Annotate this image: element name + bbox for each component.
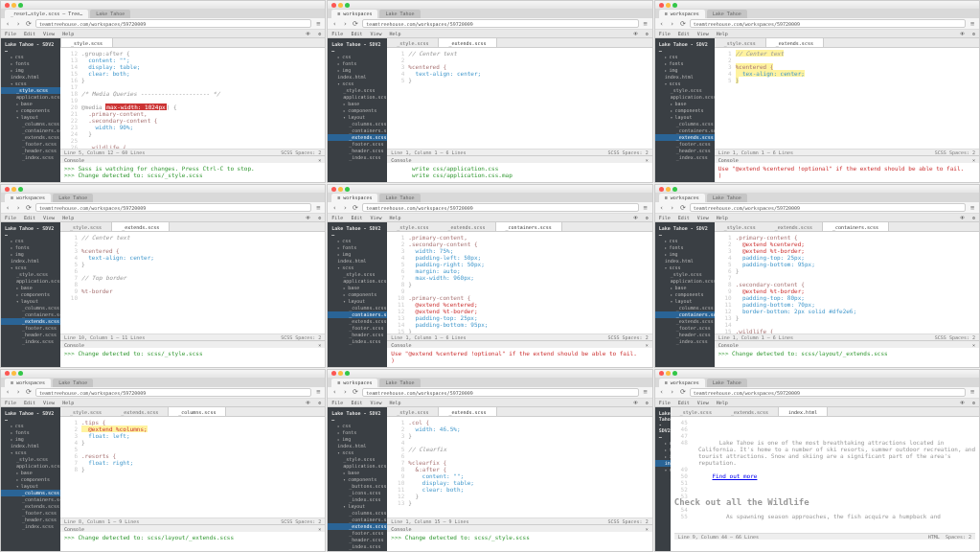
tree-application[interactable]: application.scss (1, 94, 60, 101)
code-editor[interactable]: 1// Center text23%centered {4 text-align… (60, 232, 325, 333)
preview-icon[interactable]: 👁 (633, 215, 638, 220)
tree-application[interactable]: application.scss (655, 278, 715, 285)
code-editor[interactable]: 1.primary-content {2 @extend %centered;3… (715, 232, 979, 333)
tree-index[interactable]: index.html (1, 258, 60, 264)
tree-scss[interactable]: scss (655, 467, 671, 473)
tree-index_scss[interactable]: _index.scss (655, 154, 715, 161)
browser-tab-lake[interactable]: Lake Tahoe (707, 10, 747, 18)
tree-application[interactable]: application.scss (1, 278, 60, 285)
tree-extends[interactable]: _extends.scss (328, 318, 387, 325)
tree-style[interactable]: _style.scss (1, 271, 60, 278)
settings-icon[interactable]: ⚙ (646, 215, 649, 220)
tree-base[interactable]: base (1, 470, 60, 476)
preview-icon[interactable]: 👁 (633, 400, 638, 405)
tree-header[interactable]: _header.scss (1, 332, 60, 338)
reload-icon[interactable]: ⟳ (25, 20, 33, 28)
reload-icon[interactable]: ⟳ (25, 388, 33, 396)
tree-footer[interactable]: _footer.scss (1, 325, 60, 332)
tree-css[interactable]: css (1, 423, 60, 429)
menu-edit[interactable]: Edit (678, 31, 690, 36)
tree-components[interactable]: components (1, 291, 60, 298)
url-field[interactable]: teamtreehouse.com/workspaces/59720009 (690, 203, 966, 212)
tree-containers[interactable]: _containers.scss (655, 127, 715, 134)
tree-css[interactable]: css (1, 238, 60, 244)
tree-layout[interactable]: layout (328, 503, 387, 510)
code-editor[interactable]: 1.col {2 width: 46.5%;3}45// Clearfix67%… (387, 417, 651, 518)
traffic-lights[interactable] (331, 371, 350, 376)
tab-style[interactable]: _style.scss (60, 407, 111, 416)
tree-style[interactable]: _style.scss (655, 271, 715, 278)
menu-view[interactable]: View (43, 215, 55, 220)
tree-base[interactable]: base (328, 470, 387, 476)
menu-edit[interactable]: Edit (24, 31, 35, 36)
reload-icon[interactable]: ⟳ (352, 204, 359, 212)
menu-help[interactable]: Help (62, 400, 74, 405)
tree-containers[interactable]: _containers.scss (328, 127, 387, 134)
tree-base[interactable]: base (655, 285, 715, 291)
settings-icon[interactable]: ⚙ (972, 400, 975, 405)
tree-extends[interactable]: _extends.scss (655, 134, 715, 141)
tree-index_scss[interactable]: _index.scss (328, 338, 387, 345)
reload-icon[interactable]: ⟳ (679, 204, 687, 212)
code-editor[interactable]: 1.primary-content,2.secondary-content {3… (387, 232, 651, 333)
menu-file[interactable]: File (5, 400, 16, 405)
tree-scss[interactable]: scss (328, 264, 387, 271)
tab-style[interactable]: _style.scss (387, 222, 438, 231)
tree-application[interactable]: application.scss (655, 480, 671, 487)
tree-columns[interactable]: _columns.scss (328, 510, 387, 517)
tree-style[interactable]: _style.scss (328, 456, 387, 463)
tree-components[interactable]: components (655, 291, 715, 298)
tree-columns[interactable]: _columns.scss (655, 305, 715, 311)
tree-img[interactable]: img (1, 67, 60, 74)
menu-file[interactable]: File (5, 31, 16, 36)
forward-icon[interactable]: › (669, 388, 676, 396)
tree-scss[interactable]: scss (1, 80, 60, 87)
settings-icon[interactable]: ⚙ (972, 215, 975, 220)
tab-extends[interactable]: _extends.scss (765, 222, 822, 231)
tree-scss[interactable]: scss (328, 80, 387, 87)
tree-containers[interactable]: _containers.scss (655, 534, 671, 540)
tree-img[interactable]: img (328, 436, 387, 443)
traffic-lights[interactable] (331, 187, 350, 192)
tree-layout[interactable]: layout (1, 483, 60, 490)
tree-img[interactable]: img (655, 67, 715, 74)
url-field[interactable]: teamtreehouse.com/workspaces/59720009 (690, 19, 966, 28)
settings-icon[interactable]: ⚙ (646, 31, 649, 36)
tree-application[interactable]: application.scss (328, 463, 387, 470)
tree-columns[interactable]: _columns.scss (328, 305, 387, 311)
tree-base[interactable]: base (1, 285, 60, 291)
tree-layout[interactable]: layout (1, 298, 60, 305)
tree-base[interactable]: base (655, 101, 715, 107)
tree-header[interactable]: _header.scss (655, 148, 715, 154)
tree-index_scss[interactable]: _index.scss (328, 496, 387, 503)
menu-view[interactable]: View (370, 400, 381, 405)
code-editor[interactable]: 1.tips {2 @extend %columns;3 float: left… (60, 417, 325, 518)
browser-tab-active[interactable]: ≡ workspaces (659, 194, 705, 202)
tree-columns[interactable]: _columns.scss (655, 527, 671, 534)
tree-header[interactable]: _header.scss (1, 517, 60, 523)
traffic-lights[interactable] (659, 187, 677, 192)
browser-tab-lake[interactable]: Lake Tahoe (707, 379, 747, 387)
tree-index[interactable]: index.html (655, 74, 715, 80)
menu-help[interactable]: Help (62, 215, 74, 220)
tree-img[interactable]: img (655, 453, 671, 460)
tab-style[interactable]: _style.scss (671, 407, 721, 416)
tab-style[interactable]: _style.scss (60, 222, 111, 231)
tree-buttons[interactable]: _buttons.scss (655, 500, 671, 507)
menu-edit[interactable]: Edit (678, 215, 690, 220)
tree-components[interactable]: components (1, 476, 60, 483)
reload-icon[interactable]: ⟳ (352, 388, 359, 396)
menu-file[interactable]: File (659, 31, 671, 36)
tree-img[interactable]: img (328, 67, 387, 74)
tree-index_scss[interactable]: _index.scss (1, 338, 60, 345)
menu-help[interactable]: Help (717, 400, 728, 405)
traffic-lights[interactable] (659, 3, 677, 8)
tree-fonts[interactable]: fonts (655, 447, 671, 453)
close-icon[interactable]: × (972, 156, 975, 163)
tree-components[interactable]: components (655, 494, 671, 500)
back-icon[interactable]: ‹ (330, 204, 338, 212)
forward-icon[interactable]: › (14, 20, 22, 28)
tree-containers[interactable]: _containers.scss (655, 311, 715, 318)
menu-help[interactable]: Help (717, 215, 728, 220)
preview-icon[interactable]: 👁 (960, 400, 965, 405)
